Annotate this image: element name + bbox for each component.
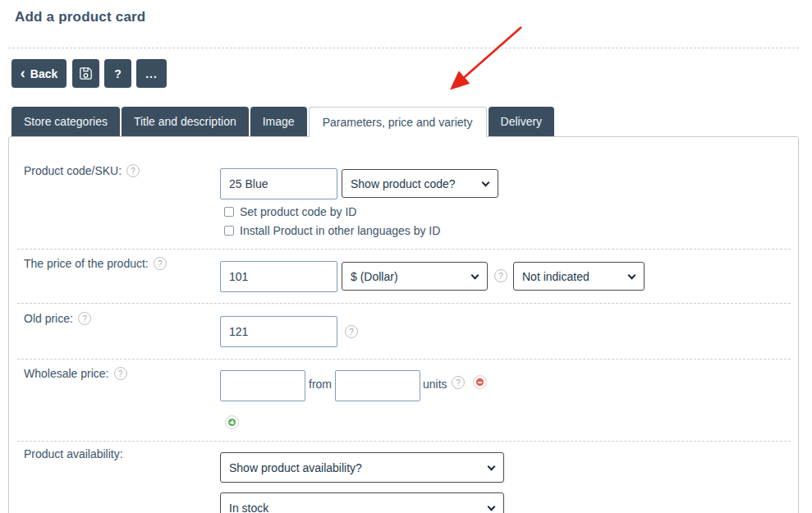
show-availability-select[interactable]: Show product availability? — [220, 452, 504, 483]
row-divider — [17, 249, 791, 250]
tab-label: Parameters, price and variety — [323, 116, 473, 129]
from-text: from — [309, 378, 332, 391]
tab-store-categories[interactable]: Store categories — [11, 107, 120, 136]
tab-content-panel: Product code/SKU: ? Show product code? S… — [8, 136, 799, 513]
plus-dot-icon — [228, 419, 236, 426]
toolbar-more-button[interactable]: ... — [136, 59, 167, 88]
save-floppy-icon — [79, 66, 93, 80]
tab-parameters-price[interactable]: Parameters, price and variety — [309, 107, 487, 137]
checkbox-label: Install Product in other languages by ID — [240, 224, 440, 237]
help-icon[interactable]: ? — [452, 376, 465, 389]
help-icon[interactable]: ? — [154, 257, 167, 270]
remove-row-icon[interactable] — [473, 375, 487, 389]
product-code-input[interactable] — [220, 168, 337, 199]
save-button[interactable] — [72, 59, 99, 88]
header-divider — [8, 48, 799, 48]
row-divider — [17, 441, 791, 442]
page-title: Add a product card — [15, 9, 145, 25]
old-price-input[interactable] — [220, 316, 337, 347]
add-product-card-page: Add a product card ‹ Back ? ... Store ca… — [0, 0, 812, 513]
chevron-down-icon — [471, 271, 479, 279]
wholesale-price-input[interactable] — [220, 370, 305, 401]
price-label-text: The price of the product: — [24, 257, 149, 270]
price-extra-select[interactable]: Not indicated — [513, 262, 645, 291]
product-code-label-text: Product code/SKU: — [24, 164, 122, 177]
tab-delivery[interactable]: Delivery — [489, 107, 555, 136]
price-extra-value: Not indicated — [522, 270, 590, 283]
wholesale-price-label: Wholesale price: ? — [24, 367, 127, 380]
price-label: The price of the product: ? — [24, 257, 167, 270]
currency-select[interactable]: $ (Dollar) — [342, 262, 488, 291]
availability-label-text: Product availability: — [24, 447, 123, 460]
set-code-by-id-checkbox-row[interactable]: Set product code by ID — [224, 205, 356, 218]
row-divider — [17, 359, 791, 360]
chevron-down-icon — [488, 462, 496, 470]
minus-dot-icon — [476, 378, 484, 386]
wholesale-qty-input[interactable] — [335, 370, 420, 401]
tab-label: Store categories — [24, 115, 108, 128]
wholesale-label-text: Wholesale price: — [24, 367, 109, 380]
help-icon[interactable]: ? — [345, 325, 358, 338]
help-icon[interactable]: ? — [126, 164, 140, 177]
stock-status-value: In stock — [229, 502, 268, 513]
price-input[interactable] — [220, 261, 337, 292]
chevron-down-icon — [482, 178, 490, 186]
tab-bar: Store categories Title and description I… — [11, 107, 556, 137]
checkbox[interactable] — [224, 226, 234, 236]
old-price-label: Old price: ? — [24, 312, 91, 325]
tab-image[interactable]: Image — [250, 107, 307, 136]
tab-label: Image — [263, 115, 295, 128]
row-divider — [17, 303, 791, 304]
checkbox[interactable] — [224, 207, 234, 217]
availability-label: Product availability: — [24, 447, 123, 460]
help-icon[interactable]: ? — [78, 312, 91, 325]
units-text: units — [423, 378, 447, 391]
toolbar-more-label: ... — [145, 67, 158, 80]
tab-title-description[interactable]: Title and description — [122, 107, 249, 136]
currency-value: $ (Dollar) — [351, 270, 398, 283]
checkbox-label: Set product code by ID — [240, 205, 356, 218]
install-languages-checkbox-row[interactable]: Install Product in other languages by ID — [224, 224, 440, 237]
help-icon[interactable]: ? — [494, 269, 507, 282]
show-product-code-value: Show product code? — [351, 177, 456, 190]
tab-label: Delivery — [501, 115, 543, 128]
chevron-left-icon: ‹ — [21, 66, 25, 80]
show-availability-value: Show product availability? — [229, 461, 362, 474]
product-code-label: Product code/SKU: ? — [24, 164, 140, 177]
annotation-arrow — [443, 21, 529, 95]
stock-status-select[interactable]: In stock — [220, 492, 504, 513]
toolbar-help-label: ? — [114, 67, 122, 80]
help-icon[interactable]: ? — [114, 367, 127, 380]
toolbar-help-button[interactable]: ? — [104, 59, 131, 88]
back-button[interactable]: ‹ Back — [11, 59, 67, 88]
back-button-label: Back — [30, 67, 57, 80]
add-row-icon[interactable] — [225, 415, 239, 429]
show-product-code-select[interactable]: Show product code? — [342, 169, 498, 198]
chevron-down-icon — [628, 271, 636, 279]
chevron-down-icon — [488, 502, 496, 511]
old-price-label-text: Old price: — [24, 312, 73, 325]
tab-label: Title and description — [134, 115, 236, 128]
